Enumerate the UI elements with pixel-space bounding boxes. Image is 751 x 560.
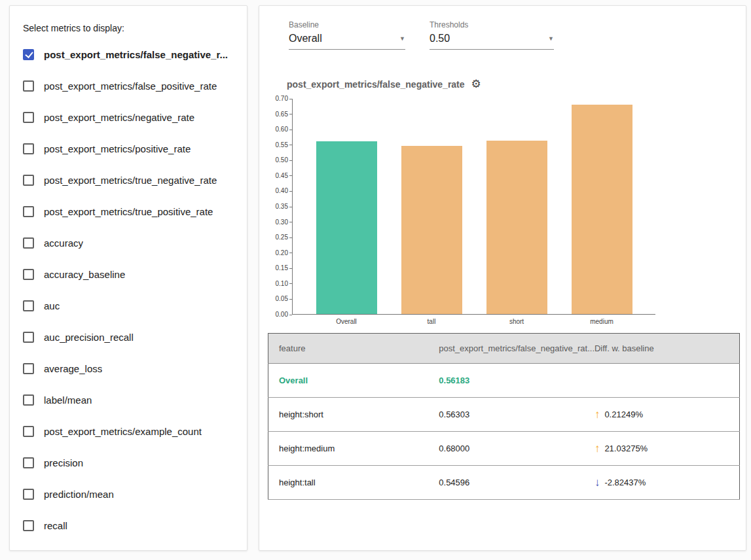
controls-row: Baseline Overall ▼ Thresholds 0.50 ▼ bbox=[259, 6, 746, 50]
y-axis-tick-label: 0.35 bbox=[276, 203, 292, 210]
metric-item[interactable]: post_export_metrics/false_positive_rate bbox=[23, 70, 234, 101]
metric-checkbox[interactable] bbox=[23, 143, 34, 154]
y-axis-tick-label: 0.60 bbox=[276, 126, 292, 133]
up-arrow-icon: ↑ bbox=[595, 443, 600, 454]
baseline-dropdown[interactable]: Baseline Overall ▼ bbox=[289, 20, 405, 50]
metric-item-label: label/mean bbox=[44, 394, 92, 406]
metric-item-label: post_export_metrics/true_negative_rate bbox=[44, 175, 217, 186]
baseline-dropdown-value-row[interactable]: Overall ▼ bbox=[289, 33, 405, 50]
metric-checkbox[interactable] bbox=[23, 520, 34, 531]
metric-item-label: post_export_metrics/true_positive_rate bbox=[44, 206, 213, 217]
metric-item-label: recall bbox=[44, 520, 67, 531]
metric-item[interactable]: auc bbox=[23, 290, 234, 321]
metric-item[interactable]: post_export_metrics/false_negative_r... bbox=[23, 39, 234, 70]
metric-item-label: post_export_metrics/false_negative_r... bbox=[44, 49, 228, 60]
metric-item[interactable]: post_export_metrics/true_negative_rate bbox=[23, 164, 234, 196]
diff-cell: ↑ 21.03275% bbox=[584, 432, 740, 466]
column-header-feature: feature bbox=[268, 334, 429, 364]
metric-value-cell: 0.68000 bbox=[428, 432, 584, 466]
metric-checkbox[interactable] bbox=[23, 237, 34, 249]
y-axis-tick-label: 0.15 bbox=[276, 265, 292, 271]
metric-checkbox[interactable] bbox=[23, 49, 34, 60]
metric-value-cell: 0.56183 bbox=[428, 364, 584, 398]
metric-item[interactable]: post_export_metrics/negative_rate bbox=[23, 101, 234, 133]
table-row: Overall 0.56183 bbox=[268, 364, 740, 398]
bar-slot: medium bbox=[572, 99, 632, 314]
metric-item[interactable]: auc_precision_recall bbox=[23, 321, 234, 353]
column-header-metric: post_export_metrics/false_negative_rat..… bbox=[428, 334, 584, 364]
metric-item[interactable]: accuracy_baseline bbox=[23, 258, 234, 290]
settings-gear-icon[interactable]: ⚙ bbox=[471, 79, 481, 90]
bar-slot: tall bbox=[401, 99, 462, 314]
chevron-down-icon: ▼ bbox=[548, 35, 554, 42]
y-axis-tick-label: 0.55 bbox=[276, 142, 292, 149]
metric-item[interactable]: precision bbox=[23, 447, 234, 478]
table-row: height:medium 0.68000 ↑ 21.03275% bbox=[268, 432, 740, 466]
metric-checkbox[interactable] bbox=[23, 426, 34, 437]
metrics-panel-title: Select metrics to display: bbox=[23, 23, 234, 33]
metric-checkbox[interactable] bbox=[23, 489, 34, 500]
y-axis-tick-label: 0.05 bbox=[276, 296, 292, 302]
metric-item-label: post_export_metrics/positive_rate bbox=[44, 143, 191, 154]
y-axis-tick-label: 0.40 bbox=[276, 188, 292, 194]
thresholds-dropdown[interactable]: Thresholds 0.50 ▼ bbox=[430, 20, 554, 50]
feature-cell: Overall bbox=[268, 364, 429, 398]
y-axis-tick-label: 0.50 bbox=[276, 157, 292, 164]
metric-item[interactable]: post_export_metrics/positive_rate bbox=[23, 133, 234, 164]
thresholds-dropdown-value-row[interactable]: 0.50 ▼ bbox=[430, 33, 554, 50]
y-axis-tick-label: 0.00 bbox=[276, 311, 292, 318]
y-axis-tick-label: 0.70 bbox=[276, 96, 292, 102]
bar-short[interactable] bbox=[486, 141, 547, 314]
metric-checkbox[interactable] bbox=[23, 269, 34, 280]
metric-item-label: precision bbox=[44, 457, 83, 468]
chart-title: post_export_metrics/false_negative_rate bbox=[287, 79, 465, 90]
metric-item[interactable]: recall bbox=[23, 510, 234, 541]
metric-checkbox[interactable] bbox=[23, 175, 34, 186]
bar-tall[interactable] bbox=[401, 146, 462, 314]
bar-medium[interactable] bbox=[572, 105, 632, 314]
feature-cell: height:tall bbox=[268, 466, 429, 500]
metric-item[interactable]: post_export_metrics/example_count bbox=[23, 415, 234, 447]
metric-item-label: post_export_metrics/example_count bbox=[44, 426, 202, 437]
y-axis-tick-label: 0.65 bbox=[276, 111, 292, 118]
down-arrow-icon: ↓ bbox=[595, 477, 600, 488]
thresholds-dropdown-label: Thresholds bbox=[430, 20, 554, 29]
x-axis-label: tall bbox=[401, 318, 462, 325]
baseline-dropdown-label: Baseline bbox=[289, 20, 405, 29]
feature-cell: height:short bbox=[268, 398, 429, 432]
thresholds-dropdown-value: 0.50 bbox=[430, 33, 450, 44]
up-arrow-icon: ↑ bbox=[595, 409, 600, 420]
metric-item[interactable]: prediction/mean bbox=[23, 478, 234, 510]
metric-item[interactable]: post_export_metrics/true_positive_rate bbox=[23, 196, 234, 227]
chart-header: post_export_metrics/false_negative_rate … bbox=[287, 79, 746, 90]
metric-value-cell: 0.56303 bbox=[428, 398, 584, 432]
metric-checkbox[interactable] bbox=[23, 394, 34, 406]
x-axis-label: Overall bbox=[316, 318, 377, 325]
table-row: height:short 0.56303 ↑ 0.21249% bbox=[268, 398, 740, 432]
baseline-dropdown-value: Overall bbox=[289, 33, 322, 44]
metric-checkbox[interactable] bbox=[23, 332, 34, 343]
metric-checkbox[interactable] bbox=[23, 206, 34, 217]
column-header-diff: Diff. w. baseline bbox=[584, 334, 740, 364]
metric-checkbox[interactable] bbox=[23, 457, 34, 468]
diff-cell: ↓ -2.82437% bbox=[584, 466, 740, 500]
chart-plot-area: Overalltallshortmedium bbox=[292, 99, 655, 315]
metric-item[interactable]: accuracy bbox=[23, 227, 234, 258]
metric-checkbox[interactable] bbox=[23, 300, 34, 311]
metric-checkbox[interactable] bbox=[23, 363, 34, 374]
metric-item[interactable]: label/mean bbox=[23, 384, 234, 415]
x-axis-label: medium bbox=[572, 318, 632, 325]
bar-Overall[interactable] bbox=[316, 141, 377, 314]
metric-value-cell: 0.54596 bbox=[428, 466, 584, 500]
bar-chart: 0.000.050.100.150.200.250.300.350.400.45… bbox=[268, 99, 746, 315]
metric-item-label: average_loss bbox=[44, 363, 102, 374]
diff-cell bbox=[584, 364, 740, 398]
table-row: height:tall 0.54596 ↓ -2.82437% bbox=[268, 466, 740, 500]
page: Select metrics to display: post_export_m… bbox=[0, 0, 751, 560]
metric-checkbox[interactable] bbox=[23, 112, 34, 123]
metric-checkbox[interactable] bbox=[23, 80, 34, 92]
y-axis-tick-label: 0.25 bbox=[276, 234, 292, 241]
metric-item[interactable]: average_loss bbox=[23, 353, 234, 384]
metric-item-label: auc_precision_recall bbox=[44, 332, 134, 343]
metrics-panel: Select metrics to display: post_export_m… bbox=[9, 5, 247, 551]
